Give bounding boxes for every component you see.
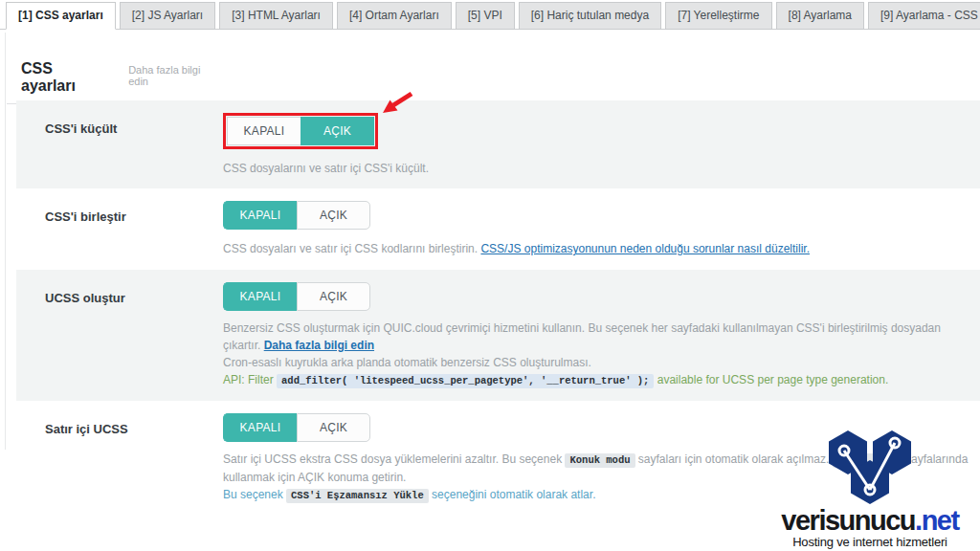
css-combine-on-button[interactable]: AÇIK — [297, 201, 370, 230]
ucss-inline-text-a: Satır içi UCSS ekstra CSS dosya yüklemel… — [223, 452, 562, 466]
tab-js-ayarlari[interactable]: [2] JS Ayarları — [120, 2, 215, 30]
ucss-inline-off-button[interactable]: KAPALI — [223, 413, 297, 442]
logo-tld: .net — [915, 505, 959, 536]
ucss-inline-on-button[interactable]: AÇIK — [297, 413, 370, 442]
tab-ayarlama[interactable]: [8] Ayarlama — [776, 2, 864, 30]
ucss-cron-note: Cron-esaslı kuyrukla arka planda otomati… — [223, 354, 969, 371]
css-minify-on-button[interactable]: AÇIK — [301, 117, 374, 145]
verisunucu-logo: verisunucu.net Hosting ve internet hizme… — [764, 430, 976, 549]
ucss-generate-off-button[interactable]: KAPALI — [223, 282, 297, 311]
setting-row-css-minify: CSS'i küçült KAPALI AÇIK CSS dosyalarını… — [16, 100, 980, 188]
ucss-api-note: API: Filter add_filter( 'litespeed_ucss_… — [223, 371, 969, 389]
ucss-generate-label: UCSS oluştur — [45, 282, 223, 389]
content-box-left-edge — [5, 33, 6, 450]
verisunucu-logo-tagline: Hosting ve internet hizmetleri — [764, 535, 976, 549]
ucss-generate-description-line1: Benzersiz CSS oluşturmak için QUIC.cloud… — [223, 320, 969, 354]
api-filter-code: add_filter( 'litespeed_ucss_per_pagetype… — [277, 374, 654, 388]
ucss-inline-label: Satır içi UCSS — [45, 413, 223, 504]
css-combine-toggle: KAPALI AÇIK — [223, 201, 370, 230]
tab-yerellestirme[interactable]: [7] Yerelleştirme — [665, 2, 771, 30]
ucss-generate-on-button[interactable]: AÇIK — [297, 282, 370, 311]
ucss-generate-description: Benzersiz CSS oluşturmak için QUIC.cloud… — [223, 320, 969, 389]
api-filter-prefix: API: Filter — [223, 373, 274, 386]
setting-row-ucss-generate: UCSS oluştur KAPALI AÇIK Benzersiz CSS o… — [16, 270, 980, 401]
ucss-inline-note-a: Bu seçenek — [223, 488, 283, 501]
learn-more-link[interactable]: Daha fazla bilgi edin — [128, 64, 221, 87]
verisunucu-hexagon-icon — [764, 430, 976, 505]
ucss-learn-more-link[interactable]: Daha fazla bilgi edin — [264, 339, 374, 352]
css-combine-description: CSS dosyaları ve satır içi CSS kodlarını… — [223, 240, 969, 257]
css-combine-label: CSS'i birleştir — [45, 201, 223, 258]
css-js-fix-link[interactable]: CSS/JS optimizasyonunun neden olduğu sor… — [480, 242, 810, 255]
section-title-row: CSS ayarları Daha fazla bilgi edin — [7, 60, 221, 104]
api-filter-suffix: available for UCSS per page type generat… — [657, 373, 888, 386]
annotation-arrow-icon — [377, 91, 415, 118]
ucss-inline-note-b: seçeneğini otomatik olarak atlar. — [432, 488, 595, 501]
annotation-highlight-box: KAPALI AÇIK — [223, 113, 378, 149]
css-combine-description-text: CSS dosyaları ve satır içi CSS kodlarını… — [223, 242, 478, 255]
css-minify-off-button[interactable]: KAPALI — [227, 117, 301, 145]
ucss-generate-toggle: KAPALI AÇIK — [223, 282, 370, 311]
css-minify-label: CSS'i küçült — [45, 113, 223, 177]
tab-ortam-ayarlari[interactable]: [4] Ortam Ayarları — [337, 2, 452, 30]
guest-mode-chip-1: Konuk modu — [565, 453, 635, 468]
tab-ayarlama-css[interactable]: [9] Ayarlama - CSS — [868, 2, 980, 30]
setting-row-css-combine: CSS'i birleştir KAPALI AÇIK CSS dosyalar… — [16, 188, 980, 270]
css-minify-description: CSS dosyalarını ve satır içi CSS'i küçül… — [223, 160, 969, 177]
css-combine-off-button[interactable]: KAPALI — [223, 201, 297, 230]
settings-tab-bar: [1] CSS ayarları [2] JS Ayarları [3] HTM… — [0, 0, 980, 30]
tab-haric-tutulan-medya[interactable]: [6] Hariç tutulan medya — [519, 2, 661, 30]
css-minify-toggle: KAPALI AÇIK — [227, 117, 374, 145]
page-title: CSS ayarları — [21, 60, 109, 95]
tab-html-ayarlari[interactable]: [3] HTML Ayarları — [219, 2, 333, 30]
verisunucu-logo-text: verisunucu.net — [764, 506, 976, 535]
logo-brand: verisunucu — [781, 505, 915, 536]
css-async-chip: CSS'i Eşzamansız Yükle — [286, 489, 429, 503]
tab-vpi[interactable]: [5] VPI — [456, 2, 515, 30]
ucss-inline-toggle: KAPALI AÇIK — [223, 413, 370, 442]
tab-css-ayarlari[interactable]: [1] CSS ayarları — [6, 2, 116, 30]
